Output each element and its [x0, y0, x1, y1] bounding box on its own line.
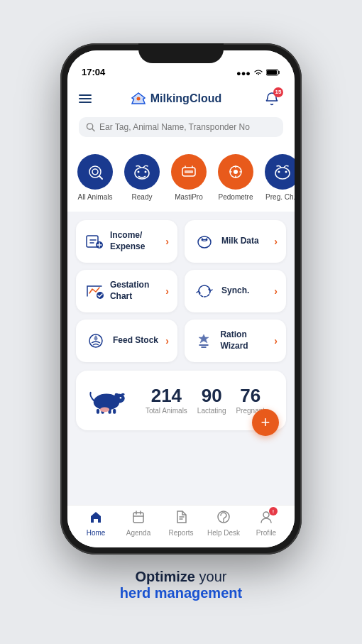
menu-card-left-feed: Feed Stock — [84, 329, 158, 352]
menu-card-left-income: Income/ Expense — [84, 230, 165, 253]
fab-add-button[interactable]: + — [252, 409, 279, 436]
svg-point-23 — [206, 238, 208, 240]
search-icon — [86, 122, 95, 132]
home-label: Home — [87, 529, 106, 537]
income-icon — [84, 230, 104, 253]
svg-point-37 — [100, 407, 109, 412]
signal-icon: ●●● — [236, 69, 251, 77]
phone-screen: 17:04 ●●● — [67, 50, 295, 547]
svg-point-15 — [275, 168, 290, 179]
svg-point-9 — [138, 170, 140, 173]
svg-rect-38 — [133, 513, 143, 523]
milk-icon — [193, 230, 216, 253]
search-bar — [67, 117, 295, 144]
phone-wrapper: 17:04 ●●● — [60, 43, 302, 555]
profile-icon: ! — [259, 510, 273, 528]
menu-card-left-gestation: Gestation Chart — [84, 280, 165, 302]
menu-card-left-synch: Synch. — [193, 280, 249, 302]
nav-item-reports[interactable]: Reports — [163, 510, 199, 537]
profile-badge: ! — [269, 507, 278, 515]
bottom-nav: Home Agenda Reports — [67, 505, 295, 547]
gestation-chart-arrow: › — [165, 285, 169, 297]
phone-frame: 17:04 ●●● — [60, 43, 302, 555]
hamburger-menu[interactable] — [79, 94, 92, 103]
svg-rect-33 — [97, 409, 99, 414]
stat-lactating: 90 Lactating — [197, 386, 226, 415]
lactating-number: 90 — [197, 386, 226, 405]
quick-item-preg-check[interactable]: Preg. Ch... — [262, 154, 295, 202]
nav-item-home[interactable]: Home — [78, 510, 114, 537]
svg-rect-1 — [267, 70, 277, 75]
profile-label: Profile — [256, 529, 276, 537]
logo-icon — [131, 92, 146, 105]
feed-stock-label: Feed Stock — [113, 335, 158, 346]
gestation-icon — [84, 280, 104, 302]
preg-check-label: Preg. Ch... — [265, 193, 295, 202]
nav-item-agenda[interactable]: Agenda — [121, 510, 156, 537]
menu-card-ration-wizard[interactable]: Ration Wizard › — [185, 320, 286, 362]
tagline-colored: herd management — [120, 585, 242, 601]
nav-item-helpdesk[interactable]: Help Desk — [206, 510, 241, 537]
nav-item-profile[interactable]: ! Profile — [248, 510, 284, 537]
total-animals-label: Total Animals — [146, 407, 187, 415]
menu-card-feed-stock[interactable]: Feed Stock › — [76, 320, 177, 362]
home-icon — [89, 510, 103, 528]
mastipro-circle — [171, 154, 207, 190]
all-animals-label: All Animals — [78, 193, 113, 202]
quick-item-mastipro[interactable]: MastiPro — [168, 154, 209, 202]
svg-point-10 — [145, 170, 147, 173]
search-input[interactable] — [99, 122, 276, 132]
svg-point-39 — [223, 520, 224, 522]
preg-check-circle — [265, 154, 295, 190]
svg-point-28 — [115, 393, 119, 395]
scroll-area: All Animals Ready MastiPro — [67, 144, 295, 547]
menu-card-income-expense[interactable]: Income/ Expense › — [76, 220, 177, 263]
pedometre-circle — [218, 154, 253, 190]
status-time: 17:04 — [82, 67, 105, 77]
tagline-regular: your — [195, 569, 226, 584]
svg-point-32 — [121, 400, 122, 401]
milk-data-label: Milk Data — [221, 236, 259, 247]
cow-illustration — [86, 383, 127, 417]
quick-item-ready[interactable]: Ready — [121, 154, 163, 202]
svg-point-17 — [285, 170, 287, 173]
svg-line-7 — [99, 176, 102, 179]
svg-point-29 — [121, 393, 125, 395]
quick-item-pedometre[interactable]: Pedometre — [215, 154, 256, 202]
search-input-wrap[interactable] — [79, 117, 283, 137]
app-logo: MilkingCloud — [131, 92, 221, 105]
synch-arrow: › — [274, 285, 278, 297]
pregnant-number: 76 — [236, 386, 265, 405]
svg-rect-12 — [185, 170, 193, 173]
income-expense-label: Income/ Expense — [110, 230, 165, 252]
feed-stock-arrow: › — [165, 335, 169, 346]
menu-card-milk-data[interactable]: Milk Data › — [185, 220, 286, 263]
battery-icon — [266, 69, 280, 77]
quick-item-all-animals[interactable]: All Animals — [75, 154, 116, 202]
menu-card-gestation-chart[interactable]: Gestation Chart › — [76, 270, 177, 312]
status-icons: ●●● — [236, 69, 280, 77]
synch-label: Synch. — [221, 285, 249, 297]
agenda-label: Agenda — [126, 529, 150, 537]
menu-grid: Income/ Expense › Milk Data › — [67, 212, 295, 362]
svg-line-4 — [92, 129, 94, 131]
svg-point-30 — [120, 397, 121, 398]
mastipro-label: MastiPro — [175, 193, 202, 202]
tagline-bold: Optimize — [136, 569, 195, 584]
lactating-label: Lactating — [197, 407, 226, 415]
notification-bell[interactable]: 15 — [260, 87, 283, 110]
milk-data-arrow: › — [274, 236, 278, 247]
agenda-icon — [131, 510, 146, 528]
menu-card-synch[interactable]: Synch. › — [185, 270, 286, 312]
menu-card-left-ration: Ration Wizard — [193, 329, 274, 352]
ready-label: Ready — [132, 193, 153, 202]
svg-point-6 — [92, 169, 98, 175]
menu-card-left-milk: Milk Data — [193, 230, 259, 253]
ready-circle — [124, 154, 160, 190]
reports-label: Reports — [168, 529, 193, 537]
app-name: MilkingCloud — [150, 92, 221, 105]
reports-icon — [174, 510, 188, 528]
app-header: MilkingCloud 15 — [67, 82, 295, 117]
helpdesk-label: Help Desk — [207, 529, 240, 537]
notification-badge: 15 — [273, 87, 283, 97]
